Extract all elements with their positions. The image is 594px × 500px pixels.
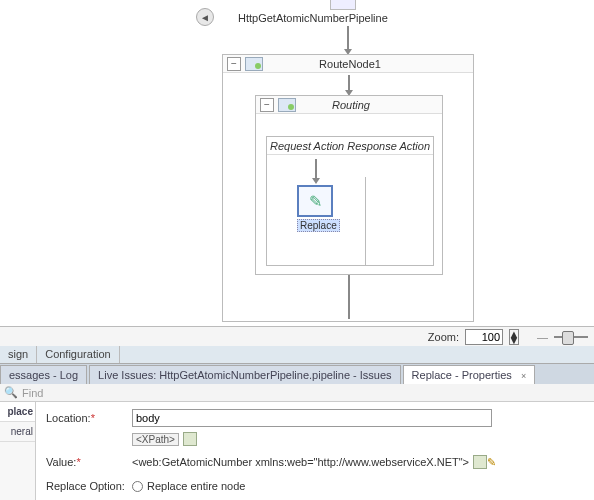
pipeline-icon (330, 0, 356, 10)
value-label: Value:* (46, 456, 132, 468)
tab-label: Live Issues: HttpGetAtomicNumberPipeline… (98, 369, 391, 381)
collapse-button[interactable]: − (227, 57, 241, 71)
zoom-slider[interactable] (554, 332, 588, 342)
properties-panel: place neral Location:* <XPath> Value:* <… (0, 402, 594, 500)
request-response-header: Request Action Response Action (267, 137, 433, 155)
routing-header[interactable]: − Routing (256, 96, 442, 114)
flow-arrow-icon (347, 26, 349, 50)
collapse-button[interactable]: − (260, 98, 274, 112)
zoom-label: Zoom: (428, 331, 459, 343)
properties-form: Location:* <XPath> Value:* <web:GetAtomi… (36, 402, 594, 500)
replace-option-label: Replace Option: (46, 480, 132, 492)
routing-container[interactable]: − Routing Request Action Response Action… (255, 95, 443, 275)
route-node-header[interactable]: − RouteNode1 (223, 55, 473, 73)
divider: — (537, 331, 548, 343)
request-response-container[interactable]: Request Action Response Action ✎ Replace (266, 136, 434, 266)
design-canvas[interactable]: ◄ HttpGetAtomicNumberPipeline − RouteNod… (0, 0, 594, 325)
properties-side-tabs: place neral (0, 402, 36, 500)
route-node-icon (245, 57, 263, 71)
divider (365, 177, 366, 265)
tab-replace-properties[interactable]: Replace - Properties × (403, 365, 536, 384)
zoom-stepper[interactable]: ▲▼ (509, 329, 519, 345)
expression-editor-icon[interactable] (473, 455, 487, 469)
tab-messages-log[interactable]: essages - Log (0, 365, 87, 384)
route-node-title: RouteNode1 (267, 58, 473, 70)
location-label: Location:* (46, 412, 132, 424)
radio-label: Replace entire node (147, 480, 245, 492)
location-field[interactable] (132, 409, 492, 427)
pipeline-title: HttpGetAtomicNumberPipeline (238, 12, 388, 24)
tab-design[interactable]: sign (0, 346, 37, 363)
bottom-panel-tabs: essages - Log Live Issues: HttpGetAtomic… (0, 364, 594, 384)
side-tab-general[interactable]: neral (0, 422, 35, 442)
xpath-chip[interactable]: <XPath> (132, 433, 179, 446)
tab-label: Replace - Properties (412, 369, 512, 381)
replace-action-icon: ✎ (297, 185, 333, 217)
search-icon: 🔍 (4, 386, 18, 399)
tab-live-issues[interactable]: Live Issues: HttpGetAtomicNumberPipeline… (89, 365, 400, 384)
xpath-editor-icon[interactable] (183, 432, 197, 446)
replace-action-label: Replace (297, 219, 340, 232)
route-node-container[interactable]: − RouteNode1 − Routing Request Action Re… (222, 54, 474, 322)
edit-pencil-icon[interactable]: ✎ (487, 456, 496, 469)
find-bar: 🔍 Find (0, 384, 594, 402)
back-button[interactable]: ◄ (196, 8, 214, 26)
close-icon[interactable]: × (521, 371, 526, 381)
find-input[interactable]: Find (22, 387, 43, 399)
routing-icon (278, 98, 296, 112)
editor-view-tabs: sign Configuration (0, 346, 594, 364)
replace-action-node[interactable]: ✎ Replace (297, 185, 340, 232)
tab-configuration[interactable]: Configuration (37, 346, 119, 363)
side-tab-replace[interactable]: place (0, 402, 35, 422)
radio-replace-entire[interactable] (132, 481, 143, 492)
flow-arrow-icon (315, 159, 317, 179)
flow-arrow-icon (348, 75, 350, 91)
zoom-input[interactable] (465, 329, 503, 345)
value-expression: <web:GetAtomicNumber xmlns:web="http://w… (132, 456, 469, 468)
routing-title: Routing (300, 99, 442, 111)
flow-line (348, 275, 350, 319)
zoom-bar: Zoom: ▲▼ — (0, 326, 594, 346)
